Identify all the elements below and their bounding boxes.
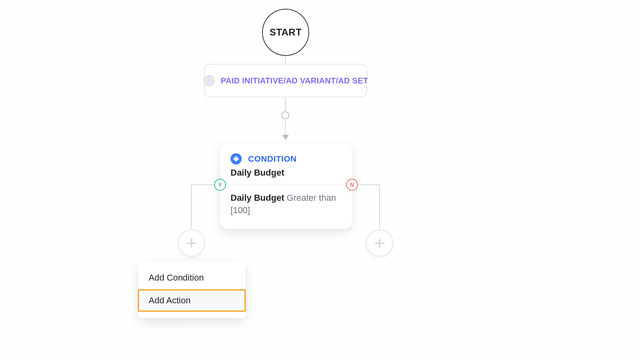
condition-title: Daily Budget bbox=[231, 168, 342, 178]
entity-icon bbox=[203, 75, 215, 86]
add-step-no-button[interactable] bbox=[366, 229, 393, 257]
condition-expression: Daily Budget Greater than [100] bbox=[231, 192, 342, 217]
connector-node[interactable] bbox=[281, 111, 289, 119]
start-label: START bbox=[270, 27, 302, 38]
arrow-down-icon bbox=[282, 135, 289, 140]
connector-line bbox=[285, 120, 286, 136]
divider bbox=[230, 184, 342, 185]
no-branch-badge: N bbox=[346, 179, 358, 191]
start-node[interactable]: START bbox=[262, 9, 309, 56]
condition-header: CONDITION bbox=[231, 153, 342, 164]
entity-selector[interactable]: PAID INITIATIVE/AD VARIANT/AD SET bbox=[204, 64, 367, 97]
condition-field: Daily Budget bbox=[231, 193, 284, 203]
add-step-yes-button[interactable] bbox=[178, 229, 205, 257]
yes-branch-badge: Y bbox=[214, 179, 226, 191]
menu-item-add-condition[interactable]: Add Condition bbox=[138, 267, 245, 289]
add-step-menu: Add Condition Add Action bbox=[138, 261, 245, 318]
entity-label: PAID INITIATIVE/AD VARIANT/AD SET bbox=[221, 76, 368, 85]
menu-item-add-action[interactable]: Add Action bbox=[138, 289, 246, 312]
diamond-icon bbox=[231, 153, 242, 164]
condition-card[interactable]: Y N CONDITION Daily Budget Daily Budget … bbox=[220, 143, 352, 229]
condition-type-label: CONDITION bbox=[248, 154, 296, 164]
connector-line bbox=[285, 56, 286, 64]
